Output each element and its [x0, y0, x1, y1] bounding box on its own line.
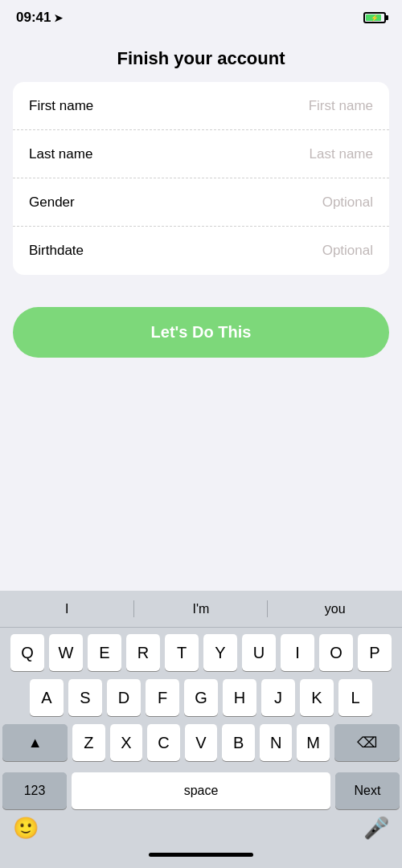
gender-label: Gender	[29, 194, 75, 211]
key-row-1: Q W E R T Y U I O P	[2, 634, 400, 671]
backspace-key[interactable]: ⌫	[334, 724, 400, 761]
key-z[interactable]: Z	[72, 724, 105, 761]
space-key[interactable]: space	[72, 772, 330, 809]
key-m[interactable]: M	[297, 724, 330, 761]
key-x[interactable]: X	[110, 724, 143, 761]
gender-row[interactable]: Gender Optional	[13, 178, 389, 227]
key-n[interactable]: N	[260, 724, 293, 761]
home-indicator	[0, 841, 402, 868]
key-rows: Q W E R T Y U I O P A S D F G H J K L ▲ …	[0, 628, 402, 772]
keyboard: I I'm you Q W E R T Y U I O P A S D F G …	[0, 591, 402, 868]
numbers-key[interactable]: 123	[2, 772, 67, 809]
next-key[interactable]: Next	[335, 772, 400, 809]
key-d[interactable]: D	[107, 679, 141, 716]
nav-area: Finish your account	[0, 32, 402, 82]
key-e[interactable]: E	[88, 634, 121, 671]
key-h[interactable]: H	[223, 679, 256, 716]
key-q[interactable]: Q	[10, 634, 44, 671]
home-bar	[149, 853, 253, 857]
birthdate-value[interactable]: Optional	[322, 243, 373, 259]
key-c[interactable]: C	[147, 724, 180, 761]
suggestions-bar: I I'm you	[0, 591, 402, 628]
first-name-row[interactable]: First name First name	[13, 82, 389, 130]
key-f[interactable]: F	[146, 679, 179, 716]
status-bar: 09:41 ➤ ⚡	[0, 0, 402, 32]
key-g[interactable]: G	[184, 679, 218, 716]
key-l[interactable]: L	[338, 679, 372, 716]
emoji-button[interactable]: 🙂	[13, 816, 39, 841]
key-i[interactable]: I	[281, 634, 314, 671]
suggestion-you[interactable]: you	[268, 592, 402, 626]
first-name-value[interactable]: First name	[309, 98, 373, 114]
key-j[interactable]: J	[261, 679, 295, 716]
birthdate-label: Birthdate	[29, 243, 84, 259]
key-t[interactable]: T	[165, 634, 199, 671]
battery-icon: ⚡	[363, 12, 386, 23]
key-v[interactable]: V	[185, 724, 218, 761]
last-name-label: Last name	[29, 146, 92, 162]
status-time: 09:41 ➤	[16, 10, 63, 26]
birthdate-row[interactable]: Birthdate Optional	[13, 227, 389, 275]
key-p[interactable]: P	[358, 634, 392, 671]
first-name-label: First name	[29, 98, 93, 114]
key-r[interactable]: R	[126, 634, 160, 671]
key-a[interactable]: A	[30, 679, 64, 716]
gender-value[interactable]: Optional	[322, 194, 373, 211]
last-name-row[interactable]: Last name Last name	[13, 130, 389, 178]
key-w[interactable]: W	[49, 634, 83, 671]
status-icons: ⚡	[363, 12, 386, 23]
suggestion-im[interactable]: I'm	[134, 592, 269, 626]
last-name-value[interactable]: Last name	[310, 146, 373, 162]
suggestion-i[interactable]: I	[0, 592, 134, 626]
bottom-row: 123 space Next	[0, 772, 402, 809]
lets-do-this-button[interactable]: Let's Do This	[13, 307, 389, 358]
key-u[interactable]: U	[242, 634, 276, 671]
key-k[interactable]: K	[300, 679, 334, 716]
key-o[interactable]: O	[319, 634, 353, 671]
emoji-mic-row: 🙂 🎤	[0, 814, 402, 841]
key-row-3: ▲ Z X C V B N M ⌫	[2, 724, 400, 761]
location-icon: ➤	[54, 12, 63, 24]
cta-area: Let's Do This	[0, 275, 402, 374]
shift-key[interactable]: ▲	[2, 724, 68, 761]
form-card: First name First name Last name Last nam…	[13, 82, 389, 275]
key-row-2: A S D F G H J K L	[2, 679, 400, 716]
key-y[interactable]: Y	[203, 634, 237, 671]
key-s[interactable]: S	[68, 679, 102, 716]
mic-button[interactable]: 🎤	[363, 816, 389, 841]
page-title: Finish your account	[0, 48, 402, 69]
key-b[interactable]: B	[222, 724, 255, 761]
